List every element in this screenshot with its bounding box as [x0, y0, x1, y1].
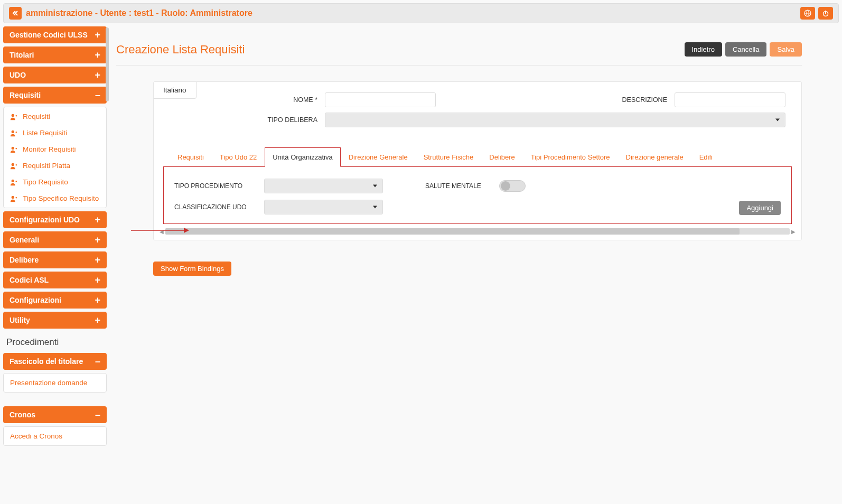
chevron-down-icon	[373, 185, 377, 188]
person-icon	[10, 195, 18, 202]
sidebar-section-configurazioni-udo[interactable]: Configurazioni UDO +	[3, 211, 107, 228]
chevron-down-icon	[373, 206, 377, 209]
classificazione-udo-label: CLASSIFICAZIONE UDO	[174, 203, 254, 211]
tab-delibere[interactable]: Delibere	[481, 147, 522, 167]
tabstrip: Requisiti Tipo Udo 22 Unità Organizzativ…	[154, 129, 801, 167]
sidebar: Gestione Codici ULSS + Titolari + UDO + …	[3, 26, 107, 456]
sidebar-section-cronos[interactable]: Cronos –	[3, 406, 107, 423]
sidebar-section-titolari[interactable]: Titolari +	[3, 46, 107, 63]
tab-tipo-udo-22[interactable]: Tipo Udo 22	[212, 147, 265, 167]
chevron-left-double-icon	[12, 10, 18, 16]
main-content: Creazione Lista Requisiti Indietro Cance…	[111, 26, 839, 456]
vertical-scrollbar-thumb[interactable]	[106, 27, 109, 101]
form-card: Italiano NOME * DESCRIZIONE TIPO DELIBER…	[153, 81, 802, 240]
tab-direzione-generale[interactable]: Direzione Generale	[341, 147, 416, 167]
sidebar-section-label: Delibere	[10, 256, 39, 264]
svg-point-4	[12, 130, 14, 133]
sidebar-item-requisiti[interactable]: Requisiti	[4, 108, 106, 125]
classificazione-udo-select[interactable]	[264, 200, 383, 214]
tab-strutture-fisiche[interactable]: Strutture Fisiche	[416, 147, 482, 167]
sidebar-section-label: Fascicolo del titolare	[10, 357, 83, 366]
sidebar-section-label: Codici ASL	[10, 276, 49, 284]
sidebar-item-tipo-specifico-requisito[interactable]: Tipo Specifico Requisito	[4, 190, 106, 207]
plus-icon: +	[95, 51, 100, 59]
salute-mentale-toggle[interactable]	[499, 180, 526, 192]
sidebar-item-label: Liste Requisiti	[23, 129, 67, 137]
tab-requisiti[interactable]: Requisiti	[170, 147, 212, 167]
tab-unita-organizzativa[interactable]: Unità Organizzativa	[265, 147, 340, 167]
sidebar-section-generali[interactable]: Generali +	[3, 231, 107, 248]
sidebar-item-label: Requisiti	[23, 113, 50, 120]
horizontal-scrollbar[interactable]: ◀ ▶	[158, 227, 797, 236]
language-tab[interactable]: Italiano	[154, 82, 197, 99]
sidebar-item-presentazione-domande[interactable]: Presentazione domande	[4, 375, 106, 391]
sidebar-item-label: Tipo Requisito	[23, 178, 68, 186]
tipo-procedimento-label: TIPO PROCEDIMENTO	[174, 182, 254, 190]
sidebar-item-requisiti-piatta[interactable]: Requisiti Piatta	[4, 157, 106, 174]
sidebar-section-label: Generali	[10, 236, 39, 244]
app-title: amministrazione - Utente : test1 - Ruolo…	[26, 8, 252, 18]
plus-icon: +	[95, 316, 100, 324]
sidebar-section-udo[interactable]: UDO +	[3, 67, 107, 83]
tab-direzione-generale-2[interactable]: Direzione generale	[618, 147, 691, 167]
power-icon	[822, 10, 829, 17]
globe-button[interactable]	[800, 7, 815, 20]
power-button[interactable]	[818, 7, 833, 20]
page-title: Creazione Lista Requisiti	[116, 43, 245, 57]
sidebar-section-label: Configurazioni	[10, 296, 61, 304]
sidebar-section-requisiti[interactable]: Requisiti –	[3, 87, 107, 104]
plus-icon: +	[95, 31, 100, 39]
tab-panel-unita-organizzativa: TIPO PROCEDIMENTO SALUTE MENTALE CLASSIF…	[163, 166, 792, 224]
plus-icon: +	[95, 236, 100, 244]
sidebar-item-label: Monitor Requisiti	[23, 145, 76, 153]
plus-icon: +	[95, 276, 100, 284]
sidebar-item-accedi-cronos[interactable]: Accedi a Cronos	[4, 428, 106, 444]
sidebar-item-tipo-requisito[interactable]: Tipo Requisito	[4, 174, 106, 190]
scrollbar-thumb[interactable]	[165, 228, 740, 235]
person-icon	[10, 162, 18, 170]
tab-edifi[interactable]: Edifi	[691, 147, 721, 167]
chevron-down-icon	[775, 119, 780, 122]
sidebar-section-codici-asl[interactable]: Codici ASL +	[3, 272, 107, 288]
plus-icon: +	[95, 296, 100, 304]
svg-point-8	[12, 195, 14, 198]
sidebar-section-label: Requisiti	[10, 91, 41, 99]
save-button[interactable]: Salva	[770, 42, 802, 57]
aggiungi-button[interactable]: Aggiungi	[739, 201, 781, 215]
tipo-delibera-select[interactable]	[325, 113, 785, 127]
cancel-button[interactable]: Cancella	[725, 42, 767, 57]
descrizione-input[interactable]	[675, 92, 785, 107]
nome-label: NOME *	[249, 96, 317, 104]
sidebar-item-label: Tipo Specifico Requisito	[23, 194, 99, 202]
tab-tipi-procedimento-settore[interactable]: Tipi Procedimento Settore	[523, 147, 618, 167]
sidebar-item-label: Accedi a Cronos	[10, 432, 62, 440]
sidebar-item-monitor-requisiti[interactable]: Monitor Requisiti	[4, 141, 106, 157]
sidebar-section-label: Titolari	[10, 51, 34, 59]
person-icon	[10, 113, 18, 120]
scrollbar-track	[165, 228, 790, 235]
person-icon	[10, 129, 18, 137]
back-button[interactable]: Indietro	[685, 42, 722, 57]
sidebar-section-fascicolo[interactable]: Fascicolo del titolare –	[3, 353, 107, 370]
sidebar-section-delibere[interactable]: Delibere +	[3, 251, 107, 268]
tipo-procedimento-select[interactable]	[264, 179, 383, 193]
sidebar-section-label: Cronos	[10, 410, 35, 419]
sidebar-section-configurazioni[interactable]: Configurazioni +	[3, 292, 107, 309]
sidebar-section-utility[interactable]: Utility +	[3, 312, 107, 329]
sidebar-section-gestione-codici[interactable]: Gestione Codici ULSS +	[3, 26, 107, 43]
scroll-right-icon: ▶	[790, 228, 797, 235]
nome-input[interactable]	[325, 92, 436, 107]
svg-point-6	[12, 163, 14, 165]
person-icon	[10, 179, 18, 186]
minus-icon: –	[95, 358, 100, 365]
sidebar-section-label: Utility	[10, 316, 30, 324]
globe-icon	[804, 10, 811, 17]
svg-point-7	[12, 179, 14, 182]
sidebar-items-fascicolo: Presentazione domande	[3, 373, 107, 393]
minus-icon: –	[95, 411, 100, 418]
salute-mentale-label: SALUTE MENTALE	[425, 182, 489, 190]
sidebar-items-cronos: Accedi a Cronos	[3, 426, 107, 446]
show-form-bindings-button[interactable]: Show Form Bindings	[153, 262, 231, 276]
sidebar-collapse-button[interactable]	[9, 7, 22, 20]
sidebar-item-liste-requisiti[interactable]: Liste Requisiti	[4, 125, 106, 141]
